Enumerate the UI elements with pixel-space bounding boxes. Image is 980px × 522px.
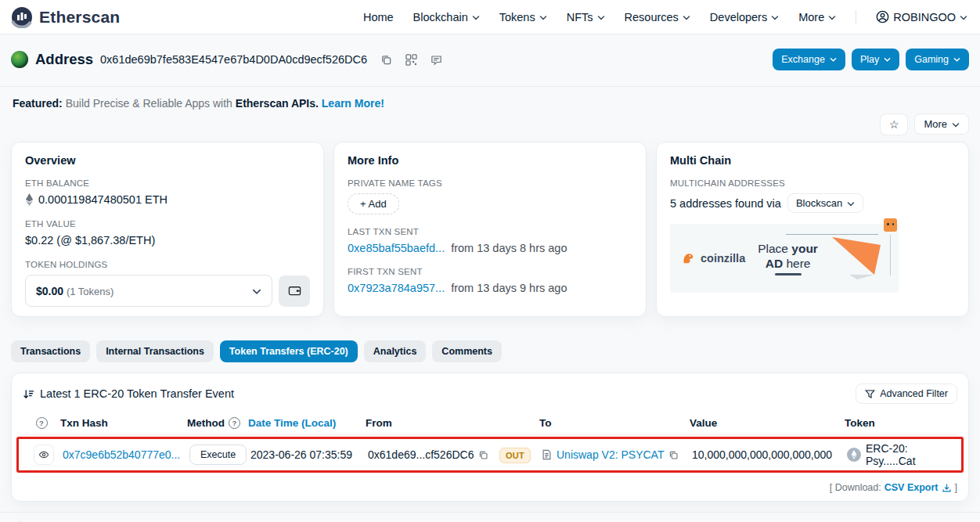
featured-text: Build Precise & Reliable Apps with: [66, 97, 232, 110]
ad-banner[interactable]: coinzilla Place your AD here: [670, 224, 899, 293]
gaming-button[interactable]: Gaming: [906, 49, 969, 70]
ad-line: [786, 234, 878, 235]
copy-icon[interactable]: [668, 450, 679, 460]
ethereum-icon: [25, 193, 34, 206]
col-datetime-sort[interactable]: Date Time (Local): [248, 417, 366, 429]
nav-home[interactable]: Home: [363, 11, 394, 23]
multichain-addresses-label: MULTICHAIN ADDRESSES: [670, 178, 955, 188]
multichain-title: Multi Chain: [670, 154, 955, 167]
add-name-tag-button[interactable]: + Add: [348, 193, 399, 214]
tab-comments[interactable]: Comments: [432, 340, 502, 362]
tab-analytics[interactable]: Analytics: [364, 340, 427, 362]
favorite-button[interactable]: ☆: [880, 113, 908, 135]
col-to: To: [539, 417, 690, 429]
play-button[interactable]: Play: [852, 49, 899, 70]
csv-export-link[interactable]: CSV Export: [885, 482, 952, 493]
table-row: 0x7c9e6b52b40777e0... Execute 2023-06-26…: [19, 439, 961, 470]
transfer-value: 10,000,000,000,000,000,000: [692, 448, 847, 461]
blockscan-dropdown[interactable]: Blockscan: [787, 193, 863, 213]
chevron-down-icon: [771, 14, 779, 22]
more-info-title: More Info: [348, 154, 632, 167]
tab-token-transfers-erc20[interactable]: Token Transfers (ERC-20): [220, 340, 358, 362]
token-holdings-dropdown[interactable]: $0.00 (1 Tokens): [25, 275, 272, 307]
coinzilla-icon: [681, 251, 696, 266]
tab-internal-transactions[interactable]: Internal Transactions: [96, 340, 214, 362]
filter-icon: [865, 389, 875, 399]
ad-kite-graphic: [826, 236, 882, 281]
method-badge[interactable]: Execute: [189, 445, 247, 465]
chevron-down-icon: [847, 200, 855, 208]
eth-value-label: ETH VALUE: [25, 219, 310, 229]
ad-mascot-icon: [884, 218, 897, 232]
nav-blockchain[interactable]: Blockchain: [413, 11, 480, 23]
nav-nfts[interactable]: NFTs: [567, 11, 605, 23]
col-txn-hash: Txn Hash: [60, 417, 187, 429]
more-info-card: More Info PRIVATE NAME TAGS + Add LAST T…: [333, 142, 647, 317]
nav-tokens[interactable]: Tokens: [499, 11, 547, 23]
help-icon[interactable]: ?: [36, 417, 48, 429]
nav-divider: [856, 10, 856, 24]
learn-more-link[interactable]: Learn More!: [322, 97, 384, 110]
address-action-buttons: Exchange Play Gaming: [773, 49, 969, 70]
last-txn-label: LAST TXN SENT: [348, 227, 632, 236]
download-icon: [942, 483, 952, 493]
wallet-icon: [288, 284, 301, 297]
contract-file-icon: [542, 449, 552, 460]
chevron-down-icon: [252, 287, 261, 297]
advanced-filter-button[interactable]: Advanced Filter: [856, 383, 957, 404]
copy-icon[interactable]: [478, 450, 488, 460]
overview-card: Overview ETH BALANCE 0.000119847480501 E…: [11, 142, 324, 317]
top-navbar: Etherscan Home Blockchain Tokens NFTs Re…: [0, 0, 980, 34]
nav-user-menu[interactable]: ROBINGOO: [876, 10, 967, 23]
preview-eye-button[interactable]: [34, 445, 54, 465]
nav-developers[interactable]: Developers: [710, 11, 779, 23]
col-value: Value: [690, 417, 845, 429]
nav-more[interactable]: More: [798, 11, 836, 23]
help-icon[interactable]: ?: [229, 417, 240, 429]
to-address-link[interactable]: Uniswap V2: PSYCAT: [557, 448, 664, 461]
chevron-down-icon: [952, 121, 960, 129]
comment-icon[interactable]: [431, 54, 442, 66]
download-row: [ Download: CSV Export ]: [23, 482, 957, 493]
etherscan-logo-icon: [11, 6, 33, 28]
qr-code-icon[interactable]: [405, 54, 417, 66]
first-txn-hash-link[interactable]: 0x7923a784a957...: [348, 282, 445, 294]
chevron-down-icon: [884, 56, 891, 63]
txn-hash-link[interactable]: 0x7c9e6b52b40777e0...: [63, 448, 189, 461]
last-txn-hash-link[interactable]: 0xe85baf55baefd...: [348, 242, 445, 254]
page-title: Address: [35, 51, 93, 68]
table-header-row: ? Txn Hash Method? Date Time (Local) Fro…: [23, 411, 957, 435]
page-toolbar: ☆ More: [0, 110, 980, 135]
first-txn-label: FIRST TXN SENT: [348, 267, 632, 276]
exchange-button[interactable]: Exchange: [773, 49, 845, 70]
chevron-down-icon: [597, 14, 605, 22]
from-address: 0x61de69...cf526DC6: [368, 448, 474, 461]
col-method: Method: [187, 417, 225, 429]
featured-prefix: Featured:: [13, 97, 63, 110]
token-icon: [847, 448, 861, 462]
eth-balance-value: 0.000119847480501 ETH: [25, 193, 310, 206]
more-actions-button[interactable]: More: [914, 113, 969, 135]
chevron-down-icon: [683, 14, 690, 22]
highlight-annotation: 0x7c9e6b52b40777e0... Execute 2023-06-26…: [16, 437, 964, 473]
token-holdings-label: TOKEN HOLDINGS: [25, 260, 310, 269]
nav-resources[interactable]: Resources: [625, 11, 690, 23]
chevron-down-icon: [960, 14, 967, 22]
wallet-button[interactable]: [279, 275, 310, 307]
direction-badge: OUT: [499, 448, 531, 463]
address-avatar: [11, 51, 28, 68]
tab-transactions[interactable]: Transactions: [11, 340, 90, 362]
eth-value: $0.22 (@ $1,867.38/ETH): [25, 234, 310, 247]
token-link[interactable]: ERC-20: Psy.....Cat: [866, 442, 955, 467]
overview-title: Overview: [25, 154, 310, 167]
etherscan-logo[interactable]: Etherscan: [11, 6, 120, 28]
page-footer: A wallet address is a publicly available…: [0, 512, 980, 522]
eye-icon: [38, 449, 49, 460]
download-suffix: ]: [955, 482, 957, 493]
addresses-found-text: 5 addresses found via: [670, 197, 781, 210]
user-icon: [876, 10, 889, 23]
copy-address-icon[interactable]: [380, 54, 392, 66]
summary-cards: Overview ETH BALANCE 0.000119847480501 E…: [0, 135, 980, 317]
brand-name: Etherscan: [39, 8, 120, 27]
coinzilla-logo: coinzilla: [681, 251, 745, 266]
